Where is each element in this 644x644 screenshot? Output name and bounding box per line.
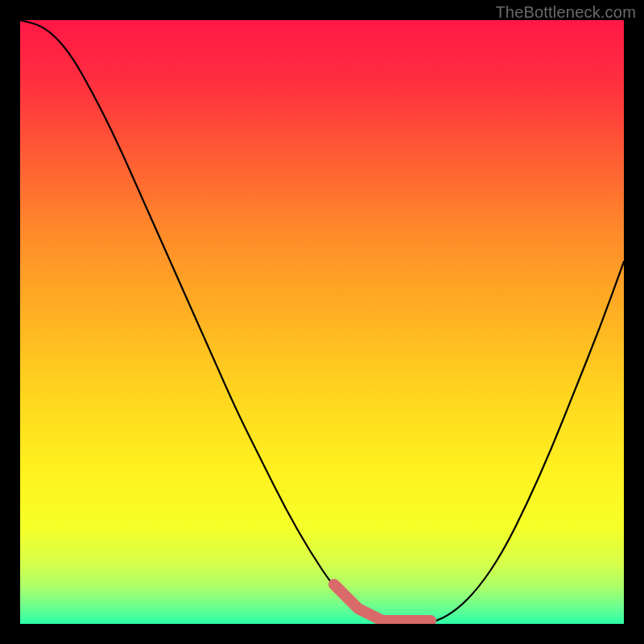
- chart-svg: [20, 20, 624, 624]
- gradient-background: [20, 20, 624, 624]
- credit-label: TheBottleneck.com: [495, 3, 636, 22]
- chart-frame: TheBottleneck.com: [0, 0, 644, 644]
- plot-area: [20, 20, 624, 624]
